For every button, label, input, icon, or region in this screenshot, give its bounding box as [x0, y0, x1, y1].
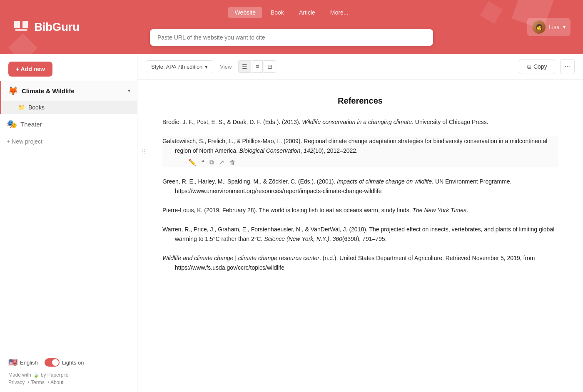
flag-icon: 🇺🇸	[8, 358, 17, 367]
paperpile-icon: 🍃	[33, 372, 39, 378]
lights-toggle[interactable]	[45, 358, 60, 367]
table-row: Wildlife and climate change | climate ch…	[162, 253, 558, 272]
lights-label: Lights on	[62, 360, 84, 366]
svg-rect-1	[22, 21, 28, 28]
table-row: Pierre-Louis, K. (2019, February 28). Th…	[162, 206, 558, 215]
copy-label: Copy	[533, 63, 547, 70]
theater-emoji: 🎭	[7, 119, 17, 129]
ref-text-6: Wildlife and climate change | climate ch…	[162, 255, 535, 270]
copy-ref-icon[interactable]: ⧉	[209, 158, 215, 167]
theater-name: Theater	[20, 121, 42, 128]
search-input[interactable]	[150, 29, 433, 46]
search-bar-wrapper	[150, 29, 433, 46]
content-area: Style: APA 7th edition ▾ View ☰ ≡ ⊟ ⧉ Co…	[137, 54, 583, 392]
open-link-icon[interactable]: ↗	[218, 158, 225, 167]
main-layout: + Add new 🦊 Climate & Wildlife ▾ 📁 Books…	[0, 54, 583, 392]
style-label: Style: APA 7th edition	[151, 64, 202, 70]
logo-area: BibGuru	[12, 18, 80, 36]
language-label: English	[20, 360, 38, 366]
sidebar-sub-item-books[interactable]: 📁 Books	[1, 101, 137, 114]
toolbar: Style: APA 7th edition ▾ View ☰ ≡ ⊟ ⧉ Co…	[137, 54, 583, 79]
chevron-down-icon: ▾	[205, 64, 208, 70]
copy-button[interactable]: ⧉ Copy	[519, 60, 555, 74]
chevron-down-icon: ▾	[563, 24, 566, 30]
ref-text-5: Warren, R., Price, J., Graham, E., Forst…	[162, 226, 554, 242]
view-list-button[interactable]: ☰	[238, 60, 251, 73]
language-button[interactable]: 🇺🇸 English	[8, 358, 38, 367]
user-menu[interactable]: 👩 Lisa ▾	[527, 18, 571, 36]
project-name: Climate & Wildlife	[22, 87, 125, 94]
folder-icon: 📁	[18, 104, 25, 111]
logo-text: BibGuru	[34, 20, 80, 34]
style-selector[interactable]: Style: APA 7th edition ▾	[146, 60, 213, 73]
sub-item-name: Books	[28, 104, 45, 111]
ref-text-1: Brodie, J. F., Post, E. S., & Doak, D. F…	[162, 119, 488, 125]
tab-article[interactable]: Article	[292, 7, 322, 18]
language-lights-row: 🇺🇸 English Lights on	[8, 358, 129, 367]
delete-icon[interactable]: 🗑	[229, 158, 237, 167]
copy-icon: ⧉	[527, 63, 531, 70]
view-buttons: ☰ ≡ ⊟	[238, 60, 276, 73]
sidebar: + Add new 🦊 Climate & Wildlife ▾ 📁 Books…	[0, 54, 137, 392]
about-link[interactable]: About	[50, 380, 63, 385]
references-panel: References Brodie, J. F., Post, E. S., &…	[137, 79, 583, 392]
table-row: Brodie, J. F., Post, E. S., & Doak, D. F…	[162, 117, 558, 127]
ref-text-2: Galatowitsch, S., Frelich, L., & Phillip…	[162, 138, 547, 154]
ref-actions: ✏️ ❝ ⧉ ↗ 🗑	[175, 158, 558, 167]
sidebar-project-header[interactable]: 🦊 Climate & Wildlife ▾	[1, 81, 137, 101]
references-title: References	[162, 96, 558, 106]
edit-icon[interactable]: ✏️	[187, 158, 197, 167]
svg-rect-0	[14, 21, 20, 28]
made-with-row: Made with 🍃 by Paperpile	[8, 372, 129, 378]
lights-toggle-area: Lights on	[45, 358, 84, 367]
ref-text-4: Pierre-Louis, K. (2019, February 28). Th…	[162, 207, 468, 213]
svg-rect-2	[15, 29, 27, 31]
made-with-text: Made with	[8, 372, 31, 378]
table-row: Warren, R., Price, J., Graham, E., Forst…	[162, 225, 558, 243]
by-paperpile-text: by Paperpile	[41, 372, 69, 378]
sidebar-project-climate: 🦊 Climate & Wildlife ▾ 📁 Books	[0, 81, 137, 114]
add-new-button[interactable]: + Add new	[8, 62, 52, 77]
chevron-down-icon: ▾	[128, 88, 130, 94]
quote-icon[interactable]: ❝	[200, 158, 205, 167]
privacy-link[interactable]: Privacy	[8, 380, 25, 385]
tab-website[interactable]: Website	[228, 7, 262, 18]
view-compact-button[interactable]: ⊟	[264, 60, 276, 73]
nav-tabs: Website Book Article More...	[228, 7, 355, 18]
terms-link[interactable]: Terms	[31, 380, 45, 385]
table-row: Green, R. E., Harley, M., Spalding, M., …	[162, 177, 558, 196]
more-options-button[interactable]: ···	[560, 59, 575, 74]
view-indent-button[interactable]: ≡	[252, 60, 263, 73]
tab-more[interactable]: More...	[324, 7, 355, 18]
footer-links: Privacy • Terms • About	[8, 380, 129, 385]
view-label: View	[220, 64, 232, 70]
avatar-image: 👩	[532, 20, 546, 34]
avatar: 👩	[532, 20, 546, 34]
header: BibGuru Website Book Article More... 👩 L…	[0, 0, 583, 54]
sidebar-footer: 🇺🇸 English Lights on Made with 🍃 by Pape…	[0, 351, 137, 392]
sidebar-project-theater[interactable]: 🎭 Theater	[0, 114, 137, 134]
user-name: Lisa	[549, 24, 560, 30]
bibguru-logo-icon	[12, 18, 30, 36]
table-row: ⠿ Galatowitsch, S., Frelich, L., & Phill…	[162, 136, 558, 167]
tab-book[interactable]: Book	[264, 7, 291, 18]
new-project-button[interactable]: + New project	[0, 134, 137, 149]
ref-text-3: Green, R. E., Harley, M., Spalding, M., …	[162, 178, 512, 194]
project-emoji: 🦊	[8, 86, 18, 96]
